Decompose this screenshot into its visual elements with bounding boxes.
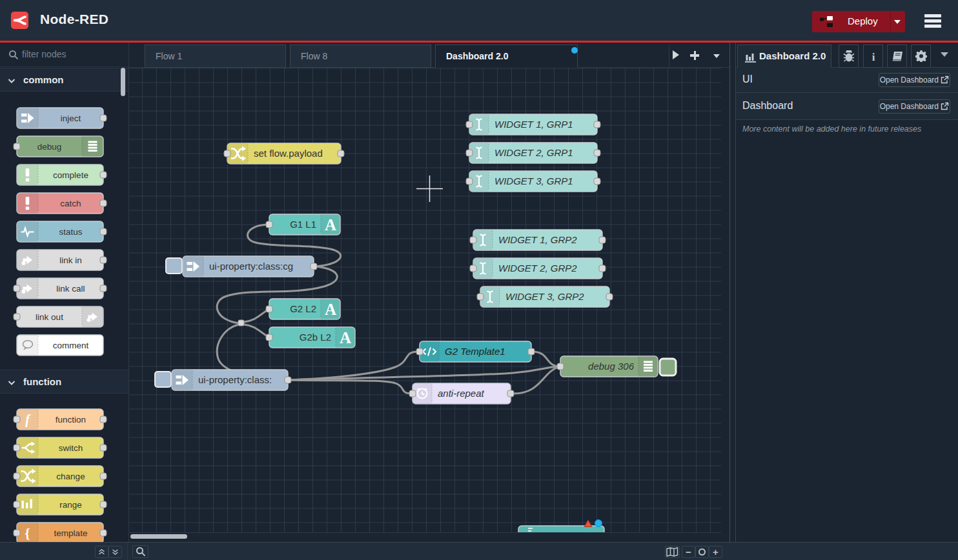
svg-text:comment: comment <box>53 341 89 350</box>
svg-text:inject: inject <box>61 114 81 123</box>
svg-text:WIDGET 3, GRP2: WIDGET 3, GRP2 <box>505 291 584 302</box>
svg-text:i: i <box>872 51 875 63</box>
svg-text:{: { <box>25 526 30 541</box>
svg-text:WIDGET 3, GRP1: WIDGET 3, GRP1 <box>494 175 573 186</box>
svg-text:switch: switch <box>59 443 83 453</box>
svg-text:function: function <box>56 415 86 425</box>
svg-text:G2 L2: G2 L2 <box>290 303 316 314</box>
svg-text:catch: catch <box>60 199 81 208</box>
svg-text:link out: link out <box>36 312 63 322</box>
svg-text:G2 Template1: G2 Template1 <box>445 346 505 357</box>
svg-text:G2b L2: G2b L2 <box>300 332 331 343</box>
svg-text:link in: link in <box>59 255 82 265</box>
svg-text:link call: link call <box>56 284 85 294</box>
svg-text:WIDGET 2, GRP2: WIDGET 2, GRP2 <box>498 263 577 274</box>
svg-text:anti-repeat: anti-repeat <box>438 388 485 399</box>
svg-text:template: template <box>54 528 88 538</box>
svg-text:debug: debug <box>37 142 62 152</box>
svg-text:A: A <box>325 216 336 234</box>
svg-text:G1 L1: G1 L1 <box>290 219 316 230</box>
svg-text:complete: complete <box>53 170 88 180</box>
svg-text:set flow.payload: set flow.payload <box>254 148 323 159</box>
svg-text:range: range <box>59 500 82 510</box>
svg-text:WIDGET 2, GRP1: WIDGET 2, GRP1 <box>494 147 573 158</box>
svg-text:ui-property:class:: ui-property:class: <box>198 374 272 385</box>
svg-text:status: status <box>59 227 82 237</box>
svg-text:ui-property:class:cg: ui-property:class:cg <box>209 261 293 272</box>
svg-text:WIDGET 1, GRP1: WIDGET 1, GRP1 <box>494 119 573 130</box>
svg-text:change: change <box>56 472 85 481</box>
svg-text:A: A <box>325 301 336 318</box>
svg-text:A: A <box>340 329 351 346</box>
svg-text:WIDGET 1, GRP2: WIDGET 1, GRP2 <box>498 234 577 245</box>
svg-text:debug 306: debug 306 <box>588 361 635 372</box>
